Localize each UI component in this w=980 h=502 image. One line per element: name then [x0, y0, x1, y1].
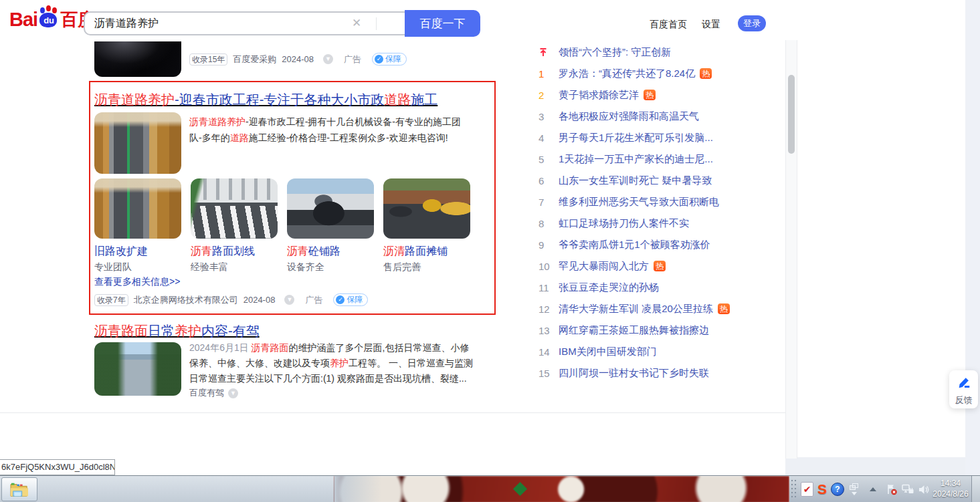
hot-item-text[interactable]: IBM关闭中国研发部门	[559, 346, 657, 358]
hot-search-item[interactable]: 15 四川阿坝一驻村女书记下乡时失联	[538, 362, 783, 384]
hot-item-text[interactable]: 罕见大暴雨闯入北方	[559, 260, 649, 273]
baidu-logo[interactable]: Bai du 百度	[9, 8, 95, 31]
pinned-top-icon	[538, 47, 548, 57]
content-bottom-divider	[0, 412, 785, 413]
hot-item-text[interactable]: 网红穿霸王茶姬工服热舞被指擦边	[559, 324, 709, 337]
hot-rank: 1	[538, 68, 544, 80]
organic-source[interactable]: 百度有驾 ▼	[189, 387, 238, 399]
check-icon: ✓	[375, 55, 383, 64]
taskbar: ✔ S ?	[0, 475, 980, 502]
hot-rank: 7	[538, 197, 544, 208]
hot-search-item[interactable]: 3 各地积极应对强降雨和高温天气	[538, 106, 783, 127]
hot-item-text[interactable]: 清华大学新生军训 凌晨20公里拉练	[559, 303, 713, 316]
hot-search-item[interactable]: 5 1天花掉一万五中产家长的迪士尼...	[538, 148, 783, 170]
check-icon: ✓	[336, 295, 345, 304]
subcard[interactable]: 沥清路面摊铺 售后完善	[383, 178, 470, 273]
help-icon[interactable]: ?	[831, 483, 844, 496]
hot-item-text[interactable]: 1天花掉一万五中产家长的迪士尼...	[559, 153, 713, 166]
hot-search-item[interactable]: 6 山东一女生军训时死亡 疑中暑导致	[538, 170, 783, 191]
sogou-icon[interactable]: S	[817, 481, 827, 497]
nav-settings-link[interactable]: 设置	[702, 19, 720, 31]
nav-baidu-home-link[interactable]: 百度首页	[650, 19, 687, 31]
hot-item-text[interactable]: 男子每天1斤花生米配可乐引发脑...	[559, 132, 713, 144]
collapse-arrow-icon[interactable]: ▼	[228, 388, 238, 398]
more-info-link[interactable]: 查看更多相关信息>>	[94, 276, 180, 288]
subcard-subtitle: 售后完善	[383, 261, 470, 273]
hot-search-item[interactable]: 12 清华大学新生军训 凌晨20公里拉练 热	[538, 298, 783, 320]
action-center-flag-icon[interactable]	[886, 483, 898, 495]
hot-item-text[interactable]: 山东一女生军训时死亡 疑中暑导致	[559, 174, 712, 187]
hot-search-item[interactable]: 11 张豆豆牵走哭泣的孙杨	[538, 277, 783, 298]
company-name: 北京企腾网络技术有限公司	[134, 294, 238, 306]
collapse-arrow-icon[interactable]: ▼	[323, 54, 333, 64]
organic-title-link[interactable]: 沥青路面日常养护内容-有驾	[94, 322, 260, 340]
hot-item-text[interactable]: 四川阿坝一驻村女书记下乡时失联	[559, 367, 709, 380]
hot-rank: 2	[538, 90, 544, 101]
feedback-button[interactable]: 反馈	[949, 370, 978, 408]
hot-search-item[interactable]: 9 爷爷卖南瓜饼1元1个被顾客劝涨价	[538, 234, 783, 255]
hot-rank: 8	[538, 218, 544, 229]
hot-rank: 6	[538, 175, 544, 186]
network-icon[interactable]	[902, 484, 914, 495]
folder-icon	[9, 481, 29, 498]
hot-search-item[interactable]: 8 虹口足球场持刀伤人案件不实	[538, 213, 783, 234]
hot-item-text[interactable]: 领悟“六个坚持”: 守正创新	[559, 46, 671, 59]
hot-search-item[interactable]: 领悟“六个坚持”: 守正创新	[538, 41, 783, 63]
indexed-years-badge: 收录7年	[94, 294, 128, 306]
hot-search-item[interactable]: 2 黄子韬求婚徐艺洋 热	[538, 84, 783, 106]
show-desktop-button[interactable]	[971, 476, 980, 502]
login-button[interactable]: 登录	[738, 15, 766, 31]
hot-badge: 热	[718, 303, 730, 314]
hot-search-item[interactable]: 14 IBM关闭中国研发部门	[538, 341, 783, 362]
subcard[interactable]: 沥青砼铺路 设备齐全	[287, 178, 374, 273]
collapse-arrow-icon[interactable]: ▼	[284, 295, 294, 305]
guarantee-badge[interactable]: ✓ 保障	[372, 53, 407, 66]
taskbar-grip[interactable]	[791, 479, 797, 499]
hot-badge: 热	[700, 68, 712, 79]
main-ad-title-link[interactable]: 沥青道路养护-迎春市政工程-专注于各种大小市政道路施工	[94, 91, 437, 108]
main-ad-description: 沥青道路养护-迎春市政工程-拥有十几台机械设备-有专业的施工团队-多年的道路施工…	[189, 114, 469, 146]
main-ad-thumbnail[interactable]	[94, 112, 181, 174]
notes-app-icon[interactable]: ✔	[801, 482, 813, 497]
clock-time: 14:34	[931, 478, 970, 489]
hot-rank: 15	[538, 368, 550, 379]
subcard-subtitle: 经验丰富	[191, 261, 278, 273]
hot-rank: 14	[538, 346, 550, 358]
scrollbar-thumb[interactable]	[788, 75, 795, 154]
status-bar-url: 6k7eFjQ5KNx3WU_J6d0cl8N...	[0, 459, 115, 475]
hot-search-item[interactable]: 4 男子每天1斤花生米配可乐引发脑...	[538, 127, 783, 148]
window-restore-icon[interactable]	[850, 483, 859, 495]
subcard[interactable]: 沥青路面划线 经验丰富	[191, 178, 278, 273]
organic-thumbnail[interactable]	[94, 342, 181, 396]
ad-top-date: 2024-08	[282, 54, 314, 64]
hot-item-text[interactable]: 爷爷卖南瓜饼1元1个被顾客劝涨价	[559, 239, 710, 251]
subcard-thumbnail[interactable]	[383, 178, 470, 239]
clear-icon[interactable]: ✕	[352, 17, 361, 30]
hot-badge: 热	[654, 261, 666, 271]
show-hidden-icons-button[interactable]	[863, 487, 876, 491]
guarantee-badge[interactable]: ✓ 保障	[333, 293, 368, 306]
subcard-thumbnail[interactable]	[287, 178, 374, 239]
page-scrollbar[interactable]: ▲	[785, 0, 797, 459]
explorer-taskbar-button[interactable]	[1, 477, 37, 501]
subcard[interactable]: 旧路改扩建 专业团队	[94, 178, 181, 273]
hot-search-item[interactable]: 7 维多利亚州恶劣天气导致大面积断电	[538, 191, 783, 213]
bottom-background-band	[785, 457, 980, 475]
subcard-thumbnail[interactable]	[191, 178, 278, 239]
subcard-thumbnail[interactable]	[94, 178, 181, 239]
hot-item-text[interactable]: 虹口足球场持刀伤人案件不实	[559, 217, 689, 230]
taskbar-clock[interactable]: 14:34 2024/8/26	[931, 478, 970, 499]
hot-item-text[interactable]: 各地积极应对强降雨和高温天气	[559, 110, 699, 123]
screen: Bai du 百度 ✕ 百度一下 百度首页 设置 登录 收录15年 百度爱采购 …	[0, 0, 980, 502]
hot-item-text[interactable]: 罗永浩：“真还传”共还了8.24亿	[559, 68, 695, 80]
ad-top-source: 百度爱采购	[233, 53, 276, 66]
hot-search-item[interactable]: 1 罗永浩：“真还传”共还了8.24亿 热	[538, 63, 783, 84]
ad-top-thumbnail[interactable]	[94, 41, 181, 77]
hot-item-text[interactable]: 黄子韬求婚徐艺洋	[559, 89, 639, 102]
hot-search-item[interactable]: 10 罕见大暴雨闯入北方 热	[538, 255, 783, 277]
hot-search-item[interactable]: 13 网红穿霸王茶姬工服热舞被指擦边	[538, 320, 783, 341]
search-button[interactable]: 百度一下	[405, 10, 480, 37]
volume-icon[interactable]	[918, 485, 930, 495]
hot-item-text[interactable]: 维多利亚州恶劣天气导致大面积断电	[559, 196, 719, 209]
hot-item-text[interactable]: 张豆豆牵走哭泣的孙杨	[559, 281, 659, 294]
